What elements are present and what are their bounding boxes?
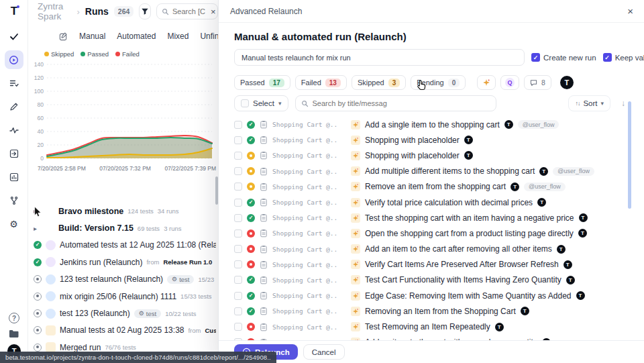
test-row[interactable]: Shopping Cart @.. Verify total price cal… xyxy=(234,195,631,210)
test-row[interactable]: Shopping Cart @.. Shopping with placehol… xyxy=(234,132,631,148)
sidebar-item-import[interactable] xyxy=(5,144,23,163)
run-list-item[interactable]: ▸ Bravo milestone 124 tests 34 runs xyxy=(34,203,216,219)
automated-filter-chip[interactable]: Q xyxy=(500,75,519,90)
brand-logo[interactable]: T xyxy=(0,0,28,23)
reporter-badge: T xyxy=(579,213,588,222)
checkbox-checked-icon[interactable] xyxy=(603,53,612,62)
projects-folder-icon[interactable] xyxy=(9,329,19,338)
clear-search-icon[interactable]: × xyxy=(211,7,216,16)
row-checkbox[interactable] xyxy=(234,167,242,175)
run-list-item[interactable]: 123 test relaunch (Relaunch) ⚙test 15/23… xyxy=(34,271,216,288)
tests-search[interactable] xyxy=(295,95,496,111)
row-checkbox[interactable] xyxy=(234,214,242,222)
run-list-item[interactable]: Jenkins run (Relaunch) from Release Run … xyxy=(34,254,216,270)
test-status-icon xyxy=(247,260,255,268)
test-row[interactable]: Shopping Cart @.. Test the shopping cart… xyxy=(234,210,631,225)
tests-search-input[interactable] xyxy=(313,99,490,107)
run-list-item[interactable]: ▸ Build: Version 7.15 69 tests 3 runs xyxy=(34,219,216,236)
run-list-item[interactable]: test 123 (Relaunch) ⚙test 10/22 tests xyxy=(34,305,216,321)
select-dropdown[interactable]: Select ▾ xyxy=(234,95,288,111)
test-row[interactable]: Shopping Cart @.. Test Removing an Item … xyxy=(234,319,631,334)
row-checkbox[interactable] xyxy=(234,276,242,284)
chevron-down-icon: ▾ xyxy=(600,100,604,107)
select-all-checkbox[interactable] xyxy=(241,99,249,107)
test-row[interactable]: Shopping Cart @.. Add an item to the car… xyxy=(234,242,631,257)
sidebar-item-branches[interactable] xyxy=(5,191,23,210)
clipboard-icon xyxy=(260,229,268,238)
runs-tab[interactable]: Manual xyxy=(79,32,105,41)
row-checkbox[interactable] xyxy=(234,183,242,191)
comments-filter-chip[interactable]: 8 xyxy=(524,75,551,90)
test-row[interactable]: Shopping Cart @.. Edge Case: Removing It… xyxy=(234,288,631,303)
runs-tab[interactable]: Mixed xyxy=(167,32,189,41)
checkbox-checked-icon[interactable] xyxy=(531,53,540,62)
test-tag[interactable]: @user_flow xyxy=(518,120,559,129)
sidebar-item-tests[interactable] xyxy=(5,27,23,46)
row-checkbox[interactable] xyxy=(234,121,242,129)
row-checkbox[interactable] xyxy=(234,152,242,160)
test-row[interactable]: Shopping Cart @.. Add multiple different… xyxy=(234,164,631,179)
test-status-icon xyxy=(247,167,255,175)
sidebar-item-analytics[interactable] xyxy=(5,121,23,140)
test-row[interactable]: Shopping Cart @.. Removing an Item from … xyxy=(234,303,631,319)
modal-scrollbar-thumb[interactable] xyxy=(628,101,631,209)
breadcrumb-project[interactable]: Zyntra Spark xyxy=(38,1,71,21)
sidebar-item-test-plans[interactable] xyxy=(5,74,23,93)
test-tag[interactable]: @user_flow xyxy=(553,167,594,176)
row-checkbox[interactable] xyxy=(234,292,242,300)
manual-filter-chip[interactable] xyxy=(477,75,496,90)
chevron-right-icon[interactable]: ▸ xyxy=(34,207,40,215)
run-list-item[interactable]: Automated tests at 12 Aug 2025 11:08 (Re… xyxy=(34,237,216,254)
status-filter-chip[interactable]: Failed 13 xyxy=(295,75,347,90)
keep-values-checkbox[interactable]: Keep values ? xyxy=(603,53,644,62)
status-filter-chip[interactable]: Passed 17 xyxy=(234,75,290,90)
sidebar-item-runs[interactable] xyxy=(5,50,23,69)
status-filter-chip[interactable]: Pending 0 xyxy=(411,75,466,90)
test-row[interactable]: Shopping Cart @.. Shopping with placehol… xyxy=(234,148,631,163)
reporter-badge: T xyxy=(564,260,572,269)
row-checkbox[interactable] xyxy=(234,199,242,207)
row-checkbox[interactable] xyxy=(234,229,242,238)
test-row[interactable]: Shopping Cart @.. Remove an item from th… xyxy=(234,179,631,195)
sort-dropdown[interactable]: ↑↓ Sort ▾ xyxy=(568,95,610,111)
assignee-avatar[interactable]: T xyxy=(560,76,574,89)
status-filter-chip[interactable]: Skipped 3 xyxy=(352,75,406,90)
sidebar-item-compose[interactable] xyxy=(5,97,23,116)
clipboard-icon xyxy=(260,167,268,176)
test-row[interactable]: Shopping Cart @.. Add a single item to t… xyxy=(234,117,631,132)
test-tag[interactable]: @user_flow xyxy=(524,183,566,191)
row-checkbox[interactable] xyxy=(234,307,242,315)
run-list-item[interactable]: mix origin 25/06 (Relaunch) 1111 15/33 t… xyxy=(34,288,216,305)
chevron-right-icon[interactable]: ▸ xyxy=(34,225,40,232)
row-checkbox[interactable] xyxy=(234,245,242,253)
svg-text:0: 0 xyxy=(40,155,44,162)
row-checkbox[interactable] xyxy=(234,260,242,268)
cancel-button[interactable]: Cancel xyxy=(303,344,345,360)
test-row[interactable]: Shopping Cart @.. Verify Cart Items Are … xyxy=(234,257,631,272)
test-row[interactable]: Shopping Cart @.. Open the shopping cart… xyxy=(234,225,631,241)
filter-button[interactable] xyxy=(139,3,151,19)
legend-item: Skipped xyxy=(44,50,74,58)
runs-search-input[interactable] xyxy=(172,7,207,15)
test-row[interactable]: Shopping Cart @.. Test Cart Functionalit… xyxy=(234,272,631,288)
row-checkbox[interactable] xyxy=(234,323,242,331)
modal-title: Advanced Relaunch xyxy=(230,7,302,16)
sidebar-item-reports[interactable] xyxy=(5,168,23,187)
runs-search[interactable]: × xyxy=(156,3,218,19)
from-label: from xyxy=(188,327,201,334)
pen-icon xyxy=(9,103,18,111)
reporter-badge: T xyxy=(511,183,519,191)
run-list-item[interactable]: Manual tests at 02 Aug 2025 13:38 from C… xyxy=(34,322,216,339)
runs-tab[interactable]: Automated xyxy=(117,32,156,41)
create-new-run-checkbox[interactable]: Create new run xyxy=(531,53,596,62)
run-name-input[interactable] xyxy=(234,49,525,66)
run-name: Bravo milestone xyxy=(58,207,123,216)
help-icon[interactable]: ? xyxy=(9,313,19,323)
breadcrumb-page-title: Runs xyxy=(85,6,109,17)
test-title: Test Removing an Item Repeatedly xyxy=(365,322,490,331)
close-icon[interactable]: × xyxy=(627,5,633,17)
test-status-icon xyxy=(247,152,255,160)
sidebar-item-settings[interactable]: ⚙ xyxy=(5,215,23,234)
edit-note-icon[interactable] xyxy=(59,32,68,41)
row-checkbox[interactable] xyxy=(234,136,242,144)
